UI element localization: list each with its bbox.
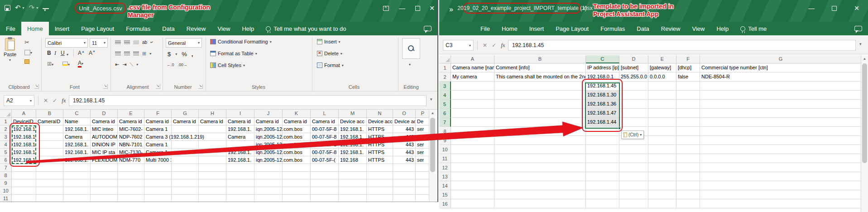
cancel-entry-icon[interactable]: ✕ xyxy=(43,97,48,104)
underline-button[interactable]: U xyxy=(61,50,65,56)
cell-B2[interactable]: This camera shall be mounted on the 2nd … xyxy=(494,72,586,82)
cell-O8[interactable] xyxy=(393,172,416,179)
tab-file[interactable]: File xyxy=(0,22,21,35)
underline-dropdown-icon[interactable]: ▾ xyxy=(67,51,68,57)
cell-E4[interactable] xyxy=(648,91,676,100)
cell-B3[interactable] xyxy=(494,82,586,91)
cell-D16[interactable] xyxy=(619,199,648,208)
tab-home[interactable]: Home xyxy=(496,22,523,35)
row-number-9[interactable]: 9 xyxy=(439,136,451,145)
copy-button[interactable]: ▾ xyxy=(24,49,32,55)
cell-N11[interactable] xyxy=(367,195,393,202)
qat-overflow-icon[interactable]: » xyxy=(449,5,453,14)
cell-J3[interactable]: iqn.2005-12.com.bos xyxy=(254,133,283,141)
right-formula-expand-icon[interactable]: ▾ xyxy=(859,42,862,46)
cell-O11[interactable] xyxy=(393,195,416,202)
cell-M9[interactable] xyxy=(339,179,367,187)
cell-E2[interactable]: 0.0.0.0 xyxy=(648,72,676,82)
tab-insert[interactable]: Insert xyxy=(523,22,550,35)
cell-L11[interactable] xyxy=(311,195,339,202)
cell-C3[interactable]: Camera xyxy=(63,133,91,141)
cell-M10[interactable] xyxy=(339,187,367,195)
cell-I2[interactable]: 192.168.1. xyxy=(226,125,254,133)
cell-C11[interactable] xyxy=(586,154,619,163)
cell-G2[interactable]: NDE-8504-R xyxy=(700,72,862,82)
column-header-D[interactable]: D xyxy=(91,110,118,118)
paste-options-button[interactable]: (Ctrl) ▾ xyxy=(621,130,644,139)
cell-C11[interactable] xyxy=(63,195,91,202)
cell-B14[interactable] xyxy=(494,181,586,190)
cell-D12[interactable] xyxy=(619,163,648,172)
format-painter-button[interactable] xyxy=(24,59,29,65)
cell-D2[interactable]: 255.255.0.0 xyxy=(619,72,648,82)
cell-E10[interactable] xyxy=(648,145,676,154)
cell-A12[interactable] xyxy=(451,163,494,172)
format-cells-button[interactable]: Format▾ xyxy=(317,63,344,68)
cell-E2[interactable]: MIC-7602- xyxy=(118,125,144,133)
cell-L8[interactable] xyxy=(311,172,339,179)
cell-J9[interactable] xyxy=(254,179,283,187)
cell-G14[interactable] xyxy=(700,181,862,190)
increase-font-button[interactable]: A▲ xyxy=(78,50,85,56)
cell-C7[interactable]: 192.168.1.44 xyxy=(586,118,619,127)
number-format-select[interactable]: General▾ xyxy=(166,38,202,48)
cell-C14[interactable] xyxy=(586,181,619,190)
cell-E16[interactable] xyxy=(648,199,676,208)
cell-D1[interactable]: [subnet] xyxy=(619,63,648,72)
cell-A5[interactable]: 192.168.1.47 xyxy=(12,149,36,156)
cell-J2[interactable]: iqn.2005-12.com.bos xyxy=(254,125,283,133)
cell-A6[interactable] xyxy=(451,109,494,118)
cell-K7[interactable] xyxy=(283,164,311,172)
cell-F8[interactable] xyxy=(676,127,700,136)
cell-B1[interactable]: Comment [info] xyxy=(494,63,586,72)
cell-C3[interactable]: 192.168.1.45 xyxy=(586,82,619,91)
cell-E5[interactable] xyxy=(648,100,676,109)
alignment-dialog-launcher-icon[interactable]: ↘ xyxy=(156,84,160,89)
cell-B13[interactable] xyxy=(494,172,586,181)
cell-F4[interactable] xyxy=(676,91,700,100)
cell-L6[interactable]: 00-07-5F-( xyxy=(311,156,339,164)
cell-A11[interactable] xyxy=(451,154,494,163)
cell-B8[interactable] xyxy=(36,172,63,179)
cell-O6[interactable]: 443 xyxy=(393,156,416,164)
cell-G7[interactable] xyxy=(700,118,862,127)
column-header-F[interactable]: F xyxy=(144,110,172,118)
font-color-button[interactable]: A▾ xyxy=(78,60,83,67)
cell-O3[interactable]: 443 xyxy=(393,133,416,141)
cell-L4[interactable]: 00-07-5F-8 xyxy=(311,141,339,149)
select-all-corner[interactable] xyxy=(0,110,12,118)
cell-J5[interactable]: iqn.2005-12.com.bos xyxy=(254,149,283,156)
cell-H8[interactable] xyxy=(199,172,226,179)
cell-H5[interactable] xyxy=(199,149,226,156)
cell-K9[interactable] xyxy=(283,179,311,187)
cell-C1[interactable]: Name xyxy=(63,118,91,125)
cell-F15[interactable] xyxy=(676,190,700,199)
cell-G13[interactable] xyxy=(700,172,862,181)
cell-G12[interactable] xyxy=(700,163,862,172)
font-name-select[interactable]: Calibri▾ xyxy=(45,38,88,48)
editing-find-button[interactable] xyxy=(402,38,420,59)
decimal-buttons[interactable]: ←.0 .00→ xyxy=(167,63,187,67)
cell-P7[interactable] xyxy=(416,164,430,172)
row-number-6[interactable]: 6 xyxy=(0,156,12,164)
tab-view[interactable]: View xyxy=(211,22,236,35)
cell-A4[interactable]: 192.168.1.36 xyxy=(12,141,36,149)
cell-P1[interactable]: De xyxy=(416,118,430,125)
cell-J1[interactable]: Camera id xyxy=(254,118,283,125)
cell-E10[interactable] xyxy=(118,187,144,195)
cell-C7[interactable] xyxy=(63,164,91,172)
font-dialog-launcher-icon[interactable]: ↘ xyxy=(103,84,108,89)
cell-F10[interactable] xyxy=(676,145,700,154)
cell-B10[interactable] xyxy=(494,145,586,154)
column-header-D[interactable]: D xyxy=(619,55,648,63)
save-icon[interactable] xyxy=(5,5,10,11)
cell-P3[interactable]: ser xyxy=(416,133,430,141)
cell-E3[interactable]: NDP-7602 xyxy=(118,133,144,141)
cell-C5[interactable]: 192.168.1. xyxy=(63,149,91,156)
row-number-1[interactable]: 1 xyxy=(0,118,12,125)
cell-D9[interactable] xyxy=(91,179,118,187)
cell-H10[interactable] xyxy=(199,187,226,195)
cell-G6[interactable] xyxy=(172,156,199,164)
column-header-L[interactable]: L xyxy=(311,110,339,118)
paste-button[interactable]: Paste ▾ xyxy=(4,38,16,62)
